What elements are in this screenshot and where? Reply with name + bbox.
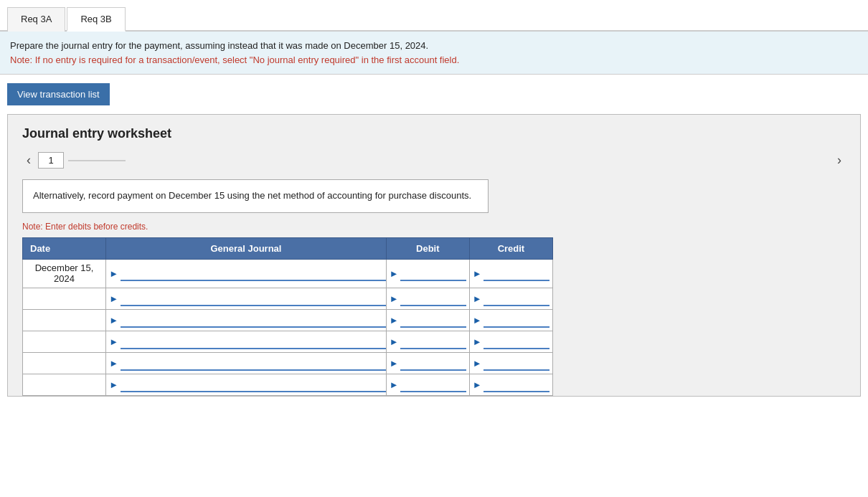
debit-cell-5[interactable]: ►	[386, 352, 469, 374]
debit-cell-2[interactable]: ►	[386, 288, 469, 309]
tab-underline	[68, 160, 126, 161]
table-row: ► ► ►	[23, 288, 553, 309]
credit-cell-5[interactable]: ►	[469, 352, 552, 374]
debit-arrow: ►	[390, 315, 399, 326]
table-row: ► ► ►	[23, 331, 553, 352]
journal-input-2[interactable]	[121, 291, 386, 306]
debit-arrow: ►	[390, 358, 399, 369]
entry-arrow: ►	[109, 379, 118, 390]
credit-arrow: ►	[473, 315, 482, 326]
debit-arrow: ►	[390, 293, 399, 304]
credit-cell-2[interactable]: ►	[469, 288, 552, 309]
description-box: Alternatively, record payment on Decembe…	[22, 179, 489, 213]
debit-input-4[interactable]	[400, 334, 466, 349]
credit-input-5[interactable]	[483, 356, 549, 371]
debit-cell-3[interactable]: ►	[386, 309, 469, 331]
entry-arrow: ►	[109, 358, 118, 369]
credit-input-2[interactable]	[483, 291, 549, 306]
entry-arrow: ►	[109, 293, 118, 304]
table-row: ► ► ►	[23, 374, 553, 395]
col-header-credit: Credit	[469, 237, 552, 259]
entry-arrow: ►	[109, 315, 118, 326]
credit-cell-3[interactable]: ►	[469, 309, 552, 331]
credit-input-1[interactable]	[483, 266, 549, 281]
journal-input-6[interactable]	[121, 377, 386, 392]
instruction-main: Prepare the journal entry for the paymen…	[10, 40, 428, 51]
debit-cell-1[interactable]: ►	[386, 259, 469, 288]
tabs-row: Req 3A Req 3B	[0, 6, 868, 32]
credit-arrow: ►	[473, 268, 482, 279]
credit-input-6[interactable]	[483, 377, 549, 392]
journal-cell-5[interactable]: ►	[106, 352, 387, 374]
date-cell-1: December 15,2024	[23, 259, 106, 288]
credit-cell-1[interactable]: ►	[469, 259, 552, 288]
journal-cell-3[interactable]: ►	[106, 309, 387, 331]
credit-arrow: ►	[473, 336, 482, 347]
table-row: ► ► ►	[23, 309, 553, 331]
note-debits: Note: Enter debits before credits.	[22, 222, 846, 232]
date-cell-2	[23, 288, 106, 309]
view-transaction-list-button[interactable]: View transaction list	[7, 83, 110, 105]
page-number-box: 1	[38, 152, 64, 169]
tab-req3a[interactable]: Req 3A	[7, 7, 65, 32]
credit-arrow: ►	[473, 379, 482, 390]
next-arrow[interactable]: ›	[833, 151, 846, 169]
journal-input-3[interactable]	[121, 313, 386, 328]
tab-req3b[interactable]: Req 3B	[67, 7, 125, 32]
debit-input-2[interactable]	[400, 291, 466, 306]
credit-cell-4[interactable]: ►	[469, 331, 552, 352]
debit-arrow: ►	[390, 379, 399, 390]
nav-row: ‹ 1 ›	[22, 151, 846, 169]
debit-input-6[interactable]	[400, 377, 466, 392]
credit-arrow: ►	[473, 293, 482, 304]
date-cell-3	[23, 309, 106, 331]
date-cell-6	[23, 374, 106, 395]
debit-input-1[interactable]	[400, 266, 466, 281]
table-row: December 15,2024 ► ► ►	[23, 259, 553, 288]
journal-cell-2[interactable]: ►	[106, 288, 387, 309]
worksheet-container: Journal entry worksheet ‹ 1 › Alternativ…	[7, 114, 861, 397]
date-cell-4	[23, 331, 106, 352]
journal-cell-4[interactable]: ►	[106, 331, 387, 352]
credit-arrow: ►	[473, 358, 482, 369]
instruction-note: Note: If no entry is required for a tran…	[10, 55, 459, 65]
entry-arrow: ►	[109, 268, 118, 279]
col-header-debit: Debit	[386, 237, 469, 259]
credit-cell-6[interactable]: ►	[469, 374, 552, 395]
debit-input-3[interactable]	[400, 313, 466, 328]
journal-input-5[interactable]	[121, 356, 386, 371]
worksheet-title: Journal entry worksheet	[22, 126, 846, 141]
col-header-journal: General Journal	[106, 237, 387, 259]
date-cell-5	[23, 352, 106, 374]
debit-cell-6[interactable]: ►	[386, 374, 469, 395]
debit-arrow: ►	[390, 336, 399, 347]
journal-cell-6[interactable]: ►	[106, 374, 387, 395]
debit-cell-4[interactable]: ►	[386, 331, 469, 352]
prev-arrow[interactable]: ‹	[22, 151, 35, 169]
credit-input-4[interactable]	[483, 334, 549, 349]
journal-input-4[interactable]	[121, 334, 386, 349]
col-header-date: Date	[23, 237, 106, 259]
debit-arrow: ►	[390, 268, 399, 279]
table-row: ► ► ►	[23, 352, 553, 374]
journal-cell-1[interactable]: ►	[106, 259, 387, 288]
entry-arrow: ►	[109, 336, 118, 347]
instruction-box: Prepare the journal entry for the paymen…	[0, 32, 868, 75]
debit-input-5[interactable]	[400, 356, 466, 371]
journal-table: Date General Journal Debit Credit Decemb…	[22, 237, 553, 396]
journal-input-1[interactable]	[121, 266, 386, 281]
credit-input-3[interactable]	[483, 313, 549, 328]
